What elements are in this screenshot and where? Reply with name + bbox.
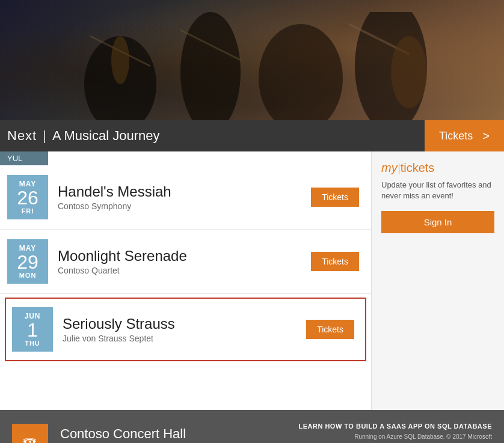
footer-info-line1: Running on Azure SQL Database. © 2017 Mi… — [298, 432, 492, 442]
footer-brand-name: Contoso Concert Hall — [60, 426, 286, 442]
event-tickets-button[interactable]: Tickets — [311, 188, 359, 207]
event-tickets-label: Tickets — [317, 325, 343, 334]
mytickets-description: Update your list of favorites and never … — [381, 180, 494, 201]
event-weekday: FRI — [10, 207, 46, 215]
header-tickets-label: Tickets — [439, 130, 473, 142]
header-left: Next | A Musical Journey — [7, 128, 160, 144]
event-weekday: MON — [10, 272, 46, 279]
header-tickets-button[interactable]: Tickets > — [425, 120, 504, 151]
sidebar: mytickets Update your list of favorites … — [372, 151, 504, 410]
event-date-box: MAY 29 MON — [7, 239, 48, 284]
date-label: YUL — [0, 151, 48, 165]
main-content: YUL MAY 26 FRI Handel's Messiah Contoso … — [0, 151, 504, 410]
tickets-label-sidebar: tickets — [401, 161, 435, 174]
ticket-icon: 🎟 — [23, 433, 37, 444]
event-item: MAY 26 FRI Handel's Messiah Contoso Symp… — [0, 165, 371, 230]
my-label: my — [381, 161, 398, 174]
event-name: Seriously Strauss — [63, 316, 297, 333]
event-tickets-button[interactable]: Tickets — [306, 320, 354, 339]
event-info: Handel's Messiah Contoso Symphony — [58, 183, 301, 212]
event-subtitle: Contoso Symphony — [58, 201, 301, 211]
event-info: Seriously Strauss Julie von Strauss Sept… — [63, 316, 297, 344]
event-tickets-label: Tickets — [322, 192, 348, 202]
event-date-box: MAY 26 FRI — [7, 175, 48, 219]
svg-point-2 — [259, 24, 343, 120]
footer-info: LEARN HOW TO BUILD A SAAS APP ON SQL DAT… — [298, 423, 492, 444]
footer-brand: Contoso Concert Hall POWERED BY THE WING… — [60, 426, 286, 443]
chevron-right-icon: > — [482, 129, 490, 143]
mytickets-title: mytickets — [381, 161, 494, 175]
event-subtitle: Contoso Quartet — [58, 266, 301, 275]
mytickets-divider-bar — [399, 163, 399, 174]
event-item-highlighted: JUN 1 THU Seriously Strauss Julie von St… — [5, 298, 366, 361]
footer: 🎟 Contoso Concert Hall POWERED BY THE WI… — [0, 410, 504, 443]
footer-info-title: LEARN HOW TO BUILD A SAAS APP ON SQL DAT… — [298, 423, 492, 430]
header-bar: Next | A Musical Journey Tickets > — [0, 120, 504, 151]
event-tickets-label: Tickets — [322, 257, 348, 266]
event-tickets-button[interactable]: Tickets — [311, 252, 359, 271]
event-day: 26 — [10, 188, 46, 207]
event-weekday: THU — [14, 340, 51, 347]
svg-point-8 — [111, 36, 129, 84]
event-subtitle: Julie von Strauss Septet — [63, 334, 297, 343]
hero-section — [0, 0, 504, 120]
svg-point-1 — [180, 12, 241, 120]
signin-button[interactable]: Sign In — [381, 211, 494, 233]
footer-logo: 🎟 — [12, 424, 48, 444]
next-label: Next — [7, 128, 37, 144]
event-name: Moonlight Serenade — [58, 248, 301, 265]
event-day: 29 — [10, 252, 46, 272]
header-title: A Musical Journey — [52, 128, 160, 144]
event-info: Moonlight Serenade Contoso Quartet — [58, 248, 301, 276]
events-area[interactable]: YUL MAY 26 FRI Handel's Messiah Contoso … — [0, 151, 372, 410]
header-divider: | — [43, 128, 46, 144]
event-item: MAY 29 MON Moonlight Serenade Contoso Qu… — [0, 230, 371, 294]
event-date-box: JUN 1 THU — [12, 307, 53, 352]
event-day: 1 — [14, 320, 51, 340]
event-name: Handel's Messiah — [58, 183, 301, 201]
svg-point-7 — [391, 36, 427, 108]
signin-label: Sign In — [424, 217, 452, 227]
